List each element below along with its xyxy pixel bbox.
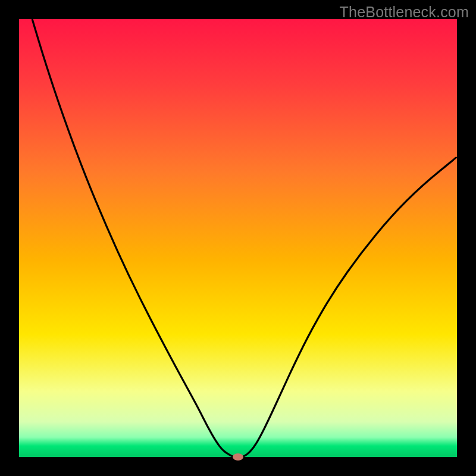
watermark-label: TheBottleneck.com <box>340 4 469 21</box>
plot-background <box>19 19 457 457</box>
minimum-marker <box>233 453 243 461</box>
chart-container: TheBottleneck.com <box>0 0 476 476</box>
bottleneck-chart <box>0 0 476 476</box>
